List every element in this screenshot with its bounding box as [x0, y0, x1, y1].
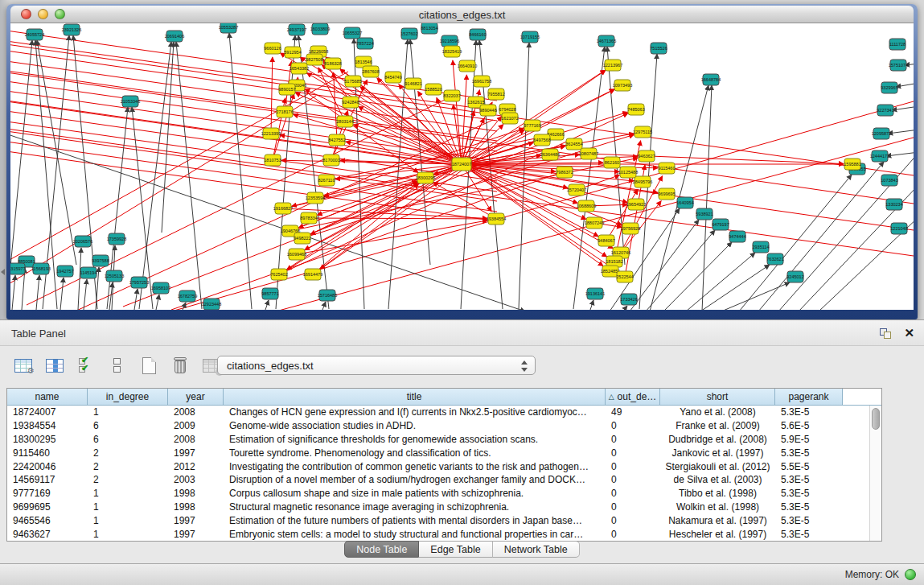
network-node-label: 9660126 — [264, 46, 281, 51]
table-cell: 22420046 — [7, 461, 88, 472]
tab-network-table[interactable]: Network Table — [493, 541, 580, 558]
column-header-in_degree[interactable]: in_degree — [88, 389, 168, 405]
table-row[interactable]: 946554611997Estimation of the future num… — [7, 513, 881, 527]
network-node-label: 14671365 — [597, 39, 616, 43]
table-cell: 0 — [606, 434, 660, 445]
network-node-label: 8978334 — [300, 216, 317, 220]
network-node-label: 1813546 — [355, 60, 372, 64]
table-row[interactable]: 2242004622012Investigating the contribut… — [7, 459, 881, 473]
network-node-label: 16782759 — [178, 294, 197, 299]
table-cell: 0 — [606, 461, 660, 472]
table-row[interactable]: 977716911998Corpus callosum shape and si… — [7, 487, 881, 501]
network-node-label: 1330234 — [885, 202, 902, 207]
network-node-label: 7515526 — [650, 46, 667, 51]
table-row[interactable]: 911546021997Tourette syndrome. Phenomeno… — [7, 446, 881, 459]
table-selector-dropdown[interactable]: citations_edges.txt — [217, 356, 536, 375]
table-settings-button[interactable]: ⚙ — [11, 353, 35, 377]
table-cell: 19384554 — [7, 420, 88, 431]
tab-edge-table[interactable]: Edge Table — [419, 541, 492, 558]
network-node-label: 10973493 — [613, 83, 632, 88]
column-visibility-button[interactable] — [43, 353, 67, 377]
table-cell: 6 — [88, 434, 168, 445]
network-node-label: 18724007 — [452, 162, 471, 167]
table-type-tabs: Node TableEdge TableNetwork Table — [0, 541, 924, 558]
table-cell: 18724007 — [7, 406, 88, 418]
table-cell: 5.5E-5 — [775, 461, 843, 472]
table-cell: 5.3E-5 — [775, 447, 843, 459]
table-scrollbar[interactable] — [869, 406, 881, 541]
column-icon — [46, 359, 64, 373]
table-cell: 5.3E-5 — [775, 529, 843, 540]
table-cell: 9777169 — [7, 488, 88, 499]
column-header-out_de[interactable]: △out_de… — [606, 389, 660, 405]
memory-status-indicator[interactable] — [905, 569, 916, 580]
table-row[interactable]: 1830029562008Estimation of significance … — [7, 433, 881, 447]
table-cell: Estimation of significance thresholds fo… — [224, 434, 606, 445]
network-window-titlebar[interactable]: citations_edges.txt — [10, 6, 914, 23]
network-node-label: 2522544 — [616, 274, 633, 279]
table-cell: 1 — [88, 488, 168, 499]
network-node-label: 6497568 — [533, 138, 550, 142]
network-node-label: 21053346 — [121, 99, 140, 104]
window-title: citations_edges.txt — [10, 9, 914, 21]
table-cell: 1998 — [168, 501, 224, 513]
desktop-area: citations_edges.txt 24055724239213262069… — [0, 0, 924, 319]
network-node-label: 19166827 — [273, 206, 293, 211]
column-header-year[interactable]: year — [168, 389, 224, 405]
table-cell: 9115460 — [7, 447, 88, 459]
table-row[interactable]: 1456911722003Disruption of a novel membe… — [7, 473, 881, 487]
table-row[interactable]: 1872400712008Changes of HCN gene express… — [7, 406, 881, 419]
table-cell: Hescheler et al. (1997) — [660, 529, 775, 540]
column-header-short[interactable]: short — [660, 389, 775, 405]
network-node-label: 19218596 — [440, 39, 459, 43]
network-node-label: 9397588 — [92, 258, 109, 263]
panel-splitter-marker[interactable] — [1, 269, 5, 275]
table-cell: 2008 — [168, 406, 224, 418]
table-settings-icon: ⚙ — [14, 359, 32, 373]
scrollbar-thumb[interactable] — [872, 408, 880, 430]
network-view[interactable]: 2405572423921326206914061055328724937197… — [10, 23, 914, 310]
network-node-label: 18807249 — [585, 220, 604, 225]
column-header-title[interactable]: title — [224, 389, 606, 405]
network-node-label: 10807487 — [579, 151, 598, 156]
table-body: 1872400712008Changes of HCN gene express… — [7, 406, 881, 541]
network-node-label: 9146821 — [405, 81, 421, 86]
network-node-label: 1810753 — [264, 158, 281, 163]
network-node-label: 9827508 — [306, 57, 322, 62]
table-cell: Dudbridge et al. (2008) — [660, 434, 775, 445]
network-node-label: 1111728 — [889, 42, 906, 47]
column-header-label: title — [407, 391, 422, 402]
delete-table-button[interactable] — [168, 353, 192, 377]
table-row[interactable]: 969969511998Structural magnetic resonanc… — [7, 501, 881, 514]
table-cell: 1 — [88, 515, 168, 526]
network-node-label: 1815182 — [606, 259, 622, 264]
network-graph[interactable]: 2405572423921326206914061055328724937197… — [10, 23, 914, 310]
network-node-label: 7986372 — [556, 170, 573, 175]
close-panel-icon[interactable]: ✕ — [904, 327, 914, 340]
column-header-pagerank[interactable]: pagerank — [775, 389, 843, 405]
table-row[interactable]: 1938455462009Genome-wide association stu… — [7, 419, 881, 433]
table-cell: 5.3E-5 — [775, 515, 843, 526]
column-header-name[interactable]: name — [7, 389, 88, 405]
network-window[interactable]: citations_edges.txt 24055724239213262069… — [6, 4, 918, 319]
network-node-label: 16961758 — [472, 79, 491, 84]
network-node-label: 12975115 — [633, 130, 652, 134]
network-node-label: 9699695 — [658, 192, 675, 196]
table-cell: 1997 — [168, 447, 224, 459]
table-cell: 2 — [88, 461, 168, 472]
table-row[interactable]: 946362711997Embryonic stem cells: a mode… — [7, 527, 881, 541]
tab-node-table[interactable]: Node Table — [344, 541, 419, 558]
network-node-label: 6794028 — [499, 107, 515, 112]
network-node-label: 16099468 — [287, 252, 306, 257]
select-checks-button[interactable]: ✔✔ — [74, 353, 98, 377]
new-table-button[interactable] — [137, 353, 161, 377]
table-cell: de Silva et al. (2003) — [660, 474, 775, 485]
float-panel-icon[interactable] — [880, 327, 893, 340]
table-cell: 9465546 — [7, 515, 88, 526]
network-node-label: 7632621 — [766, 257, 783, 262]
network-node-label: 2867608 — [362, 69, 379, 74]
network-node-label: 16914479 — [303, 272, 322, 277]
table-cell: 0 — [606, 529, 660, 540]
column-header-label: out_de… — [618, 391, 657, 402]
row-height-button[interactable] — [105, 353, 129, 377]
